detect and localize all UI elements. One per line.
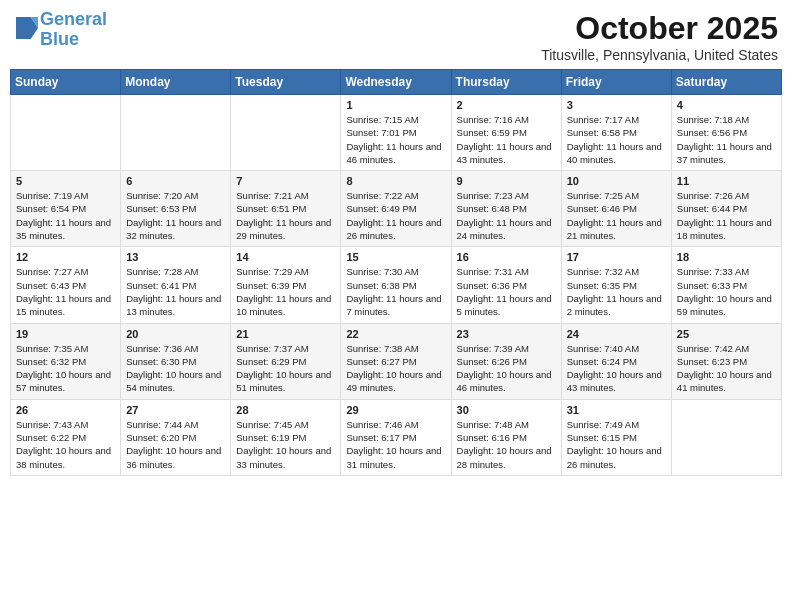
day-cell: 20Sunrise: 7:36 AM Sunset: 6:30 PM Dayli… [121, 323, 231, 399]
week-row-2: 5Sunrise: 7:19 AM Sunset: 6:54 PM Daylig… [11, 171, 782, 247]
day-number: 17 [567, 251, 666, 263]
header-friday: Friday [561, 70, 671, 95]
week-row-3: 12Sunrise: 7:27 AM Sunset: 6:43 PM Dayli… [11, 247, 782, 323]
day-cell: 17Sunrise: 7:32 AM Sunset: 6:35 PM Dayli… [561, 247, 671, 323]
day-cell: 9Sunrise: 7:23 AM Sunset: 6:48 PM Daylig… [451, 171, 561, 247]
day-info: Sunrise: 7:28 AM Sunset: 6:41 PM Dayligh… [126, 265, 225, 318]
day-cell: 8Sunrise: 7:22 AM Sunset: 6:49 PM Daylig… [341, 171, 451, 247]
header-sunday: Sunday [11, 70, 121, 95]
day-cell: 27Sunrise: 7:44 AM Sunset: 6:20 PM Dayli… [121, 399, 231, 475]
day-number: 20 [126, 328, 225, 340]
day-cell: 14Sunrise: 7:29 AM Sunset: 6:39 PM Dayli… [231, 247, 341, 323]
day-cell: 13Sunrise: 7:28 AM Sunset: 6:41 PM Dayli… [121, 247, 231, 323]
day-cell: 31Sunrise: 7:49 AM Sunset: 6:15 PM Dayli… [561, 399, 671, 475]
day-info: Sunrise: 7:32 AM Sunset: 6:35 PM Dayligh… [567, 265, 666, 318]
day-number: 16 [457, 251, 556, 263]
day-number: 24 [567, 328, 666, 340]
day-info: Sunrise: 7:23 AM Sunset: 6:48 PM Dayligh… [457, 189, 556, 242]
day-cell: 16Sunrise: 7:31 AM Sunset: 6:36 PM Dayli… [451, 247, 561, 323]
day-info: Sunrise: 7:19 AM Sunset: 6:54 PM Dayligh… [16, 189, 115, 242]
day-info: Sunrise: 7:15 AM Sunset: 7:01 PM Dayligh… [346, 113, 445, 166]
day-number: 19 [16, 328, 115, 340]
day-info: Sunrise: 7:33 AM Sunset: 6:33 PM Dayligh… [677, 265, 776, 318]
day-info: Sunrise: 7:30 AM Sunset: 6:38 PM Dayligh… [346, 265, 445, 318]
day-cell: 2Sunrise: 7:16 AM Sunset: 6:59 PM Daylig… [451, 95, 561, 171]
header-row: SundayMondayTuesdayWednesdayThursdayFrid… [11, 70, 782, 95]
logo-icon [16, 17, 38, 39]
day-number: 2 [457, 99, 556, 111]
day-number: 14 [236, 251, 335, 263]
day-cell [671, 399, 781, 475]
day-info: Sunrise: 7:46 AM Sunset: 6:17 PM Dayligh… [346, 418, 445, 471]
day-info: Sunrise: 7:18 AM Sunset: 6:56 PM Dayligh… [677, 113, 776, 166]
day-cell: 12Sunrise: 7:27 AM Sunset: 6:43 PM Dayli… [11, 247, 121, 323]
day-cell: 15Sunrise: 7:30 AM Sunset: 6:38 PM Dayli… [341, 247, 451, 323]
logo-text: GeneralBlue [40, 10, 107, 50]
day-number: 13 [126, 251, 225, 263]
day-cell: 21Sunrise: 7:37 AM Sunset: 6:29 PM Dayli… [231, 323, 341, 399]
day-info: Sunrise: 7:42 AM Sunset: 6:23 PM Dayligh… [677, 342, 776, 395]
day-cell: 3Sunrise: 7:17 AM Sunset: 6:58 PM Daylig… [561, 95, 671, 171]
day-number: 4 [677, 99, 776, 111]
day-number: 29 [346, 404, 445, 416]
day-info: Sunrise: 7:40 AM Sunset: 6:24 PM Dayligh… [567, 342, 666, 395]
day-info: Sunrise: 7:29 AM Sunset: 6:39 PM Dayligh… [236, 265, 335, 318]
day-number: 9 [457, 175, 556, 187]
day-cell [121, 95, 231, 171]
day-number: 11 [677, 175, 776, 187]
day-info: Sunrise: 7:37 AM Sunset: 6:29 PM Dayligh… [236, 342, 335, 395]
day-cell: 30Sunrise: 7:48 AM Sunset: 6:16 PM Dayli… [451, 399, 561, 475]
day-info: Sunrise: 7:26 AM Sunset: 6:44 PM Dayligh… [677, 189, 776, 242]
week-row-5: 26Sunrise: 7:43 AM Sunset: 6:22 PM Dayli… [11, 399, 782, 475]
header-saturday: Saturday [671, 70, 781, 95]
day-info: Sunrise: 7:38 AM Sunset: 6:27 PM Dayligh… [346, 342, 445, 395]
day-cell: 11Sunrise: 7:26 AM Sunset: 6:44 PM Dayli… [671, 171, 781, 247]
day-cell: 6Sunrise: 7:20 AM Sunset: 6:53 PM Daylig… [121, 171, 231, 247]
day-number: 26 [16, 404, 115, 416]
day-number: 10 [567, 175, 666, 187]
day-cell: 19Sunrise: 7:35 AM Sunset: 6:32 PM Dayli… [11, 323, 121, 399]
day-info: Sunrise: 7:48 AM Sunset: 6:16 PM Dayligh… [457, 418, 556, 471]
day-cell: 1Sunrise: 7:15 AM Sunset: 7:01 PM Daylig… [341, 95, 451, 171]
day-info: Sunrise: 7:22 AM Sunset: 6:49 PM Dayligh… [346, 189, 445, 242]
month-title: October 2025 [541, 10, 778, 47]
day-info: Sunrise: 7:17 AM Sunset: 6:58 PM Dayligh… [567, 113, 666, 166]
day-info: Sunrise: 7:20 AM Sunset: 6:53 PM Dayligh… [126, 189, 225, 242]
day-number: 21 [236, 328, 335, 340]
header-monday: Monday [121, 70, 231, 95]
day-number: 15 [346, 251, 445, 263]
day-number: 27 [126, 404, 225, 416]
day-cell: 23Sunrise: 7:39 AM Sunset: 6:26 PM Dayli… [451, 323, 561, 399]
logo: GeneralBlue [14, 10, 107, 50]
day-cell: 25Sunrise: 7:42 AM Sunset: 6:23 PM Dayli… [671, 323, 781, 399]
day-info: Sunrise: 7:45 AM Sunset: 6:19 PM Dayligh… [236, 418, 335, 471]
day-info: Sunrise: 7:35 AM Sunset: 6:32 PM Dayligh… [16, 342, 115, 395]
day-number: 25 [677, 328, 776, 340]
day-cell: 18Sunrise: 7:33 AM Sunset: 6:33 PM Dayli… [671, 247, 781, 323]
day-number: 3 [567, 99, 666, 111]
day-number: 8 [346, 175, 445, 187]
day-cell: 22Sunrise: 7:38 AM Sunset: 6:27 PM Dayli… [341, 323, 451, 399]
day-info: Sunrise: 7:39 AM Sunset: 6:26 PM Dayligh… [457, 342, 556, 395]
day-number: 7 [236, 175, 335, 187]
day-info: Sunrise: 7:16 AM Sunset: 6:59 PM Dayligh… [457, 113, 556, 166]
calendar-header: SundayMondayTuesdayWednesdayThursdayFrid… [11, 70, 782, 95]
day-number: 31 [567, 404, 666, 416]
day-number: 30 [457, 404, 556, 416]
day-info: Sunrise: 7:27 AM Sunset: 6:43 PM Dayligh… [16, 265, 115, 318]
day-number: 1 [346, 99, 445, 111]
day-cell: 24Sunrise: 7:40 AM Sunset: 6:24 PM Dayli… [561, 323, 671, 399]
day-number: 18 [677, 251, 776, 263]
day-info: Sunrise: 7:49 AM Sunset: 6:15 PM Dayligh… [567, 418, 666, 471]
day-info: Sunrise: 7:43 AM Sunset: 6:22 PM Dayligh… [16, 418, 115, 471]
calendar-table: SundayMondayTuesdayWednesdayThursdayFrid… [10, 69, 782, 476]
day-number: 23 [457, 328, 556, 340]
day-number: 28 [236, 404, 335, 416]
title-block: October 2025 Titusville, Pennsylvania, U… [541, 10, 778, 63]
location: Titusville, Pennsylvania, United States [541, 47, 778, 63]
day-info: Sunrise: 7:31 AM Sunset: 6:36 PM Dayligh… [457, 265, 556, 318]
day-cell: 29Sunrise: 7:46 AM Sunset: 6:17 PM Dayli… [341, 399, 451, 475]
header-wednesday: Wednesday [341, 70, 451, 95]
day-cell: 5Sunrise: 7:19 AM Sunset: 6:54 PM Daylig… [11, 171, 121, 247]
header-thursday: Thursday [451, 70, 561, 95]
